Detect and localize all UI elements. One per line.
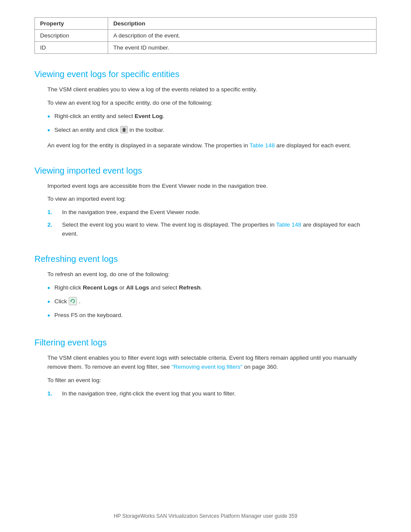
entity-logs-outro: An event log for the entity is displayed…: [47, 141, 377, 150]
step-text: Select the event log you want to view. T…: [62, 221, 377, 239]
list-item: • Press F5 on the keyboard.: [47, 311, 377, 322]
list-item: • Right-click an entity and select Event…: [47, 112, 377, 123]
step-number: 1.: [47, 389, 58, 398]
imported-logs-steps: 1. In the navigation tree, expand the Ev…: [47, 208, 377, 239]
table-cell-property: Description: [35, 30, 108, 42]
list-item: • Select an entity and click in the tool…: [47, 126, 377, 137]
step-number: 1.: [47, 208, 58, 217]
section-heading-entity-logs: Viewing event logs for specific entities: [34, 69, 377, 79]
filter-logs-intro2: To filter an event log:: [47, 376, 377, 385]
home-icon: [120, 126, 128, 134]
bullet-text: Right-click an entity and select Event L…: [54, 112, 164, 121]
table-row: ID The event ID number.: [35, 42, 377, 54]
removing-filters-link[interactable]: "Removing event log filters": [171, 364, 243, 370]
bullet-icon: •: [47, 111, 50, 123]
filter-logs-steps: 1. In the navigation tree, right-click t…: [47, 389, 377, 398]
table-row: Description A description of the event.: [35, 30, 377, 42]
section-heading-imported-logs: Viewing imported event logs: [34, 166, 377, 176]
filter-logs-intro1: The VSM client enables you to filter eve…: [47, 354, 377, 372]
section-heading-filter-logs: Filtering event logs: [34, 338, 377, 348]
list-item: 2. Select the event log you want to view…: [47, 221, 377, 239]
svg-rect-2: [69, 297, 77, 305]
bullet-icon: •: [47, 296, 50, 308]
table-cell-description: The event ID number.: [108, 42, 377, 54]
step-number: 2.: [47, 221, 58, 230]
table-cell-description: A description of the event.: [108, 30, 377, 42]
footer-text: HP StorageWorks SAN Virtualization Servi…: [114, 513, 297, 519]
entity-logs-intro2: To view an event log for a specific enti…: [47, 99, 377, 108]
col-header-property: Property: [35, 18, 108, 30]
bullet-icon: •: [47, 125, 50, 137]
list-item: • Click .: [47, 297, 377, 308]
bullet-icon: •: [47, 283, 50, 295]
list-item: 1. In the navigation tree, right-click t…: [47, 389, 377, 398]
bullet-text: Right-click Recent Logs or All Logs and …: [54, 283, 202, 292]
table-cell-property: ID: [35, 42, 108, 54]
entity-logs-intro1: The VSM client enables you to view a log…: [47, 85, 377, 94]
bullet-text: Select an entity and click in the toolba…: [54, 126, 164, 135]
list-item: 1. In the navigation tree, expand the Ev…: [47, 208, 377, 217]
bullet-text: Press F5 on the keyboard.: [54, 311, 122, 320]
col-header-description: Description: [108, 18, 377, 30]
bullet-icon: •: [47, 310, 50, 322]
table-148-link-2[interactable]: Table 148: [276, 221, 302, 228]
step-text: In the navigation tree, expand the Event…: [62, 208, 200, 217]
refresh-logs-intro: To refresh an event log, do one of the f…: [47, 270, 377, 279]
page-content: Property Description Description A descr…: [0, 0, 411, 428]
page-footer: HP StorageWorks SAN Virtualization Servi…: [0, 513, 411, 519]
imported-logs-intro1: Imported event logs are accessible from …: [47, 182, 377, 191]
properties-table: Property Description Description A descr…: [34, 17, 377, 54]
section-heading-refresh-logs: Refreshing event logs: [34, 254, 377, 264]
table-148-link-1[interactable]: Table 148: [249, 142, 275, 149]
refresh-logs-bullets: • Right-click Recent Logs or All Logs an…: [47, 283, 377, 322]
entity-logs-bullets: • Right-click an entity and select Event…: [47, 112, 377, 137]
list-item: • Right-click Recent Logs or All Logs an…: [47, 283, 377, 295]
refresh-icon: [68, 297, 77, 305]
imported-logs-intro2: To view an imported event log:: [47, 195, 377, 204]
step-text: In the navigation tree, right-click the …: [62, 389, 236, 398]
bullet-text: Click .: [54, 297, 81, 306]
